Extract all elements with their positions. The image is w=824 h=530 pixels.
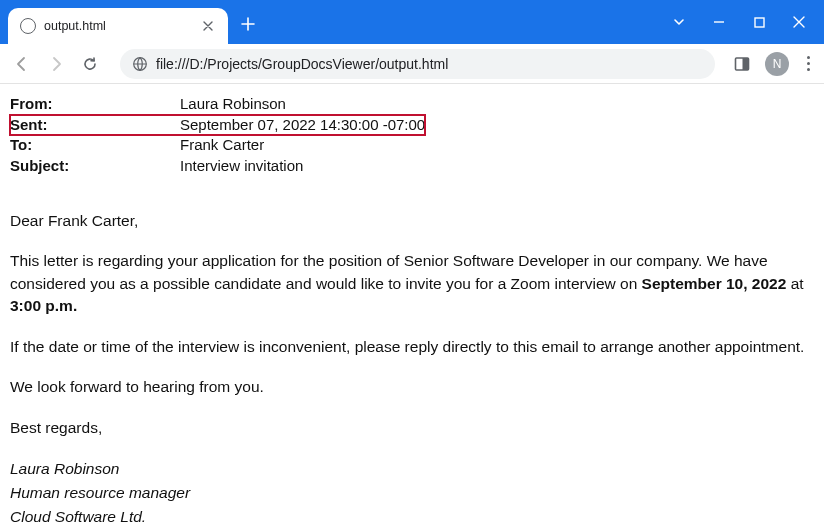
minimize-icon[interactable] <box>710 13 728 31</box>
tab-close-icon[interactable] <box>200 18 216 34</box>
address-bar[interactable]: file:///D:/Projects/GroupDocsViewer/outp… <box>120 49 715 79</box>
globe-icon <box>132 56 148 72</box>
sig-name: Laura Robinson <box>10 457 810 481</box>
body-p1: This letter is regarding your applicatio… <box>10 250 810 317</box>
new-tab-button[interactable] <box>234 10 262 38</box>
sent-value: September 07, 2022 14:30:00 -07:00 <box>180 115 425 136</box>
to-label: To: <box>10 135 180 156</box>
close-icon[interactable] <box>790 13 808 31</box>
body-p3: We look forward to hearing from you. <box>10 376 810 398</box>
header-row-from: From: Laura Robinson <box>10 94 425 115</box>
header-row-sent: Sent: September 07, 2022 14:30:00 -07:00 <box>10 115 425 136</box>
svg-rect-0 <box>755 18 764 27</box>
reload-button[interactable] <box>78 52 102 76</box>
body-p2: If the date or time of the interview is … <box>10 336 810 358</box>
browser-toolbar: file:///D:/Projects/GroupDocsViewer/outp… <box>0 44 824 84</box>
email-body: Dear Frank Carter, This letter is regard… <box>10 210 810 529</box>
profile-letter: N <box>773 57 782 71</box>
browser-titlebar: output.html <box>0 0 824 44</box>
header-row-to: To: Frank Carter <box>10 135 425 156</box>
email-headers: From: Laura Robinson Sent: September 07,… <box>10 94 425 176</box>
tab-favicon-globe-icon <box>20 18 36 34</box>
subject-label: Subject: <box>10 156 180 177</box>
sent-label: Sent: <box>10 115 180 136</box>
sig-title: Human resource manager <box>10 481 810 505</box>
forward-button[interactable] <box>44 52 68 76</box>
maximize-icon[interactable] <box>750 13 768 31</box>
window-controls <box>670 0 818 44</box>
closing: Best regards, <box>10 417 810 439</box>
reading-mode-icon[interactable] <box>733 55 751 73</box>
back-button[interactable] <box>10 52 34 76</box>
subject-value: Interview invitation <box>180 156 425 177</box>
profile-avatar[interactable]: N <box>765 52 789 76</box>
svg-rect-3 <box>743 58 749 70</box>
to-value: Frank Carter <box>180 135 425 156</box>
greeting: Dear Frank Carter, <box>10 210 810 232</box>
interview-date: September 10, 2022 <box>642 275 787 292</box>
from-label: From: <box>10 94 180 115</box>
menu-kebab-icon[interactable] <box>803 52 814 75</box>
interview-time: 3:00 p.m. <box>10 297 77 314</box>
sig-company: Cloud Software Ltd. <box>10 505 810 529</box>
page-content: From: Laura Robinson Sent: September 07,… <box>0 84 824 530</box>
from-value: Laura Robinson <box>180 94 425 115</box>
url-text: file:///D:/Projects/GroupDocsViewer/outp… <box>156 56 703 72</box>
chevron-down-icon[interactable] <box>670 13 688 31</box>
tab-title: output.html <box>44 19 200 33</box>
signature: Laura Robinson Human resource manager Cl… <box>10 457 810 529</box>
browser-tab[interactable]: output.html <box>8 8 228 44</box>
header-row-subject: Subject: Interview invitation <box>10 156 425 177</box>
